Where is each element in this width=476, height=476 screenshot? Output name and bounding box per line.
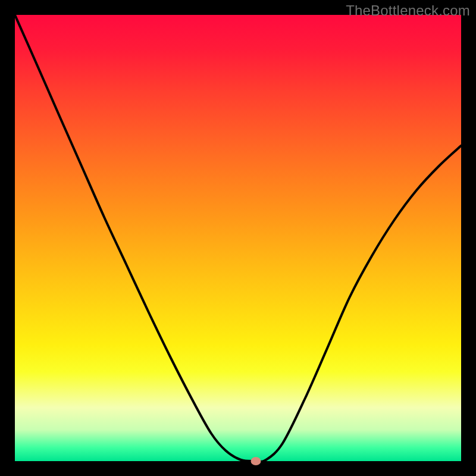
watermark-text: TheBottleneck.com [346, 2, 470, 19]
curve-layer [15, 15, 461, 461]
bottleneck-curve [15, 15, 461, 461]
optimum-marker [251, 457, 261, 465]
chart-frame: TheBottleneck.com [0, 0, 476, 476]
